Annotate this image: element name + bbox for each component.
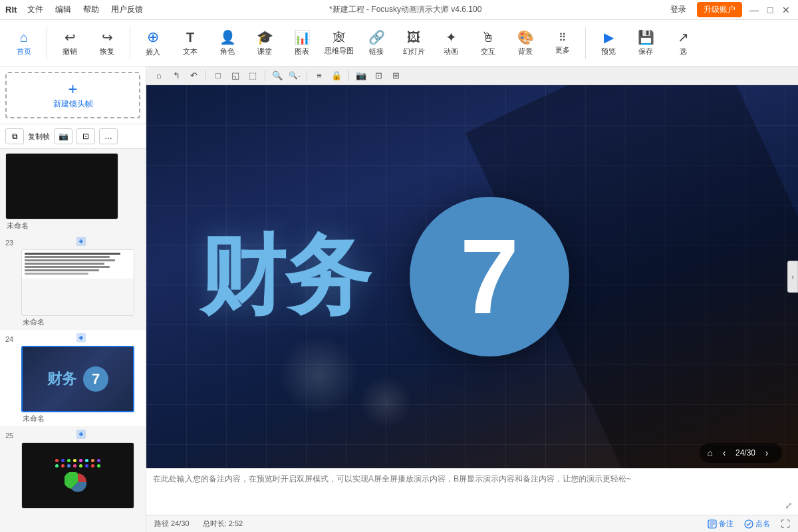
toolbar-redo[interactable]: ↪ 恢复 [90, 23, 124, 63]
slide-item-23[interactable]: 23 未命名 [0, 233, 146, 330]
title-bar-right: 登录 升级账户 — □ ✕ [665, 2, 793, 17]
canvas-back-btn[interactable]: ↰ [169, 68, 184, 83]
status-bar-right: 备注 点名 ⛶ [708, 519, 790, 529]
toolbar-bg[interactable]: 🎨 背景 [508, 23, 543, 63]
window-title: *新建工程 - Focusky动画演示大师 v4.6.100 [329, 4, 481, 15]
toolbar-more[interactable]: ⠿ 更多 [545, 23, 580, 63]
page-nav-next-btn[interactable]: › [759, 446, 774, 460]
canvas-home-btn[interactable]: ⌂ [152, 68, 166, 83]
toolbar-chart[interactable]: 📊 图表 [285, 23, 319, 63]
canvas-toolbar: ⌂ ↰ ↶ □ ◱ ⬚ 🔍 🔍- ≡ 🔒 📷 ⊡ ⊞ [146, 66, 798, 85]
fit-button[interactable]: ⊡ [76, 128, 95, 144]
canvas-fit3-btn[interactable]: ⊞ [388, 68, 403, 83]
slide-number-23: 23 [5, 239, 19, 247]
menu-feedback[interactable]: 用户反馈 [108, 3, 146, 17]
minimize-button[interactable]: — [747, 3, 761, 17]
role-icon: 👤 [219, 29, 236, 45]
slide-item-25[interactable]: 25 [0, 426, 146, 513]
notes-input[interactable] [153, 473, 791, 511]
thumb-23 [22, 250, 134, 279]
menu-help[interactable]: 帮助 [80, 3, 102, 17]
canvas-frame3-btn[interactable]: ⬚ [245, 68, 260, 83]
copy-frame-button[interactable]: ⧉ [5, 128, 24, 144]
notes-expand-button[interactable]: ⤢ [785, 500, 793, 511]
toolbar-interact[interactable]: 🖱 交互 [471, 23, 505, 63]
status-path: 路径 24/30 [154, 519, 190, 529]
canvas-undo-btn[interactable]: ↶ [186, 68, 201, 83]
close-button[interactable]: ✕ [779, 3, 793, 17]
canvas-sep-1 [205, 70, 206, 81]
canvas-main[interactable]: 财务 7 ⌂ ‹ 24/30 › › [146, 85, 798, 468]
slide-item-black[interactable]: 未命名 [0, 149, 146, 233]
menu-file[interactable]: 文件 [25, 3, 46, 17]
toolbar-slides[interactable]: 🖼 幻灯片 [396, 23, 431, 63]
slide-content-25 [21, 429, 140, 510]
thumb-24-text: 财务 [47, 369, 76, 389]
upgrade-button[interactable]: 升级账户 [697, 2, 742, 17]
anim-icon-23 [21, 236, 140, 247]
canvas-fit2-btn[interactable]: ⊡ [371, 68, 386, 83]
toolbar-anim[interactable]: ✦ 动画 [434, 23, 468, 63]
slide-name-24: 未命名 [21, 414, 140, 424]
toolbar-class-label: 课堂 [257, 47, 272, 57]
new-frame-button[interactable]: + 新建镜头帧 [5, 72, 140, 118]
toolbar-undo[interactable]: ↩ 撤销 [53, 23, 87, 63]
sidebar-top: + 新建镜头帧 [0, 66, 146, 124]
slide-content-24: 财务 7 未命名 [21, 332, 140, 424]
slide-item-24[interactable]: 24 财务 7 未命名 [0, 330, 146, 426]
undo-icon: ↩ [65, 29, 76, 45]
toolbar-home[interactable]: ⌂ 首页 [7, 23, 41, 63]
sidebar-tools: ⧉ 复制帧 📷 ⊡ … [0, 124, 146, 149]
photo-button[interactable]: 📷 [54, 128, 72, 144]
bg-icon: 🎨 [517, 29, 534, 45]
anim-icon: ✦ [446, 29, 457, 45]
toolbar-class[interactable]: 🎓 课堂 [247, 23, 282, 63]
status-note-link[interactable]: 备注 [708, 519, 733, 529]
menu-edit[interactable]: 编辑 [53, 3, 74, 17]
notes-area: ⤢ [146, 468, 798, 515]
toolbar-save[interactable]: 💾 保存 [628, 23, 663, 63]
status-roll-link[interactable]: 点名 [744, 519, 770, 529]
canvas-align-btn[interactable]: ≡ [312, 68, 327, 83]
canvas-zoomout-btn[interactable]: 🔍- [287, 68, 302, 83]
toolbar-bg-label: 背景 [518, 47, 533, 57]
toolbar-divider-3 [585, 27, 586, 59]
slide-number-25: 25 [5, 432, 19, 440]
status-fullscreen-icon[interactable]: ⛶ [781, 519, 790, 529]
toolbar-link[interactable]: 🔗 链接 [359, 23, 394, 63]
toolbar-role[interactable]: 👤 角色 [210, 23, 245, 63]
toolbar-redo-label: 恢复 [100, 47, 114, 57]
slide-content-23: 未命名 [21, 236, 140, 327]
page-nav-prev-btn[interactable]: ‹ [717, 446, 732, 460]
canvas-zoomin-btn[interactable]: 🔍 [270, 68, 285, 83]
canvas-screenshot-btn[interactable]: 📷 [354, 68, 368, 83]
toolbar-select-label: 选 [680, 47, 687, 57]
interact-icon: 🖱 [481, 30, 495, 45]
page-nav-home-icon[interactable]: ⌂ [708, 448, 713, 458]
toolbar-preview[interactable]: ▶ 预览 [591, 23, 626, 63]
canvas-area: ⌂ ↰ ↶ □ ◱ ⬚ 🔍 🔍- ≡ 🔒 📷 ⊡ ⊞ 财务 7 [146, 66, 798, 532]
canvas-frame1-btn[interactable]: □ [211, 68, 225, 83]
login-button[interactable]: 登录 [665, 3, 692, 17]
toolbar-slides-label: 幻灯片 [403, 47, 425, 57]
thumb-24-circle: 7 [83, 366, 108, 392]
slide-name-black: 未命名 [5, 221, 140, 231]
title-bar: RIt 文件 编辑 帮助 用户反馈 *新建工程 - Focusky动画演示大师 … [0, 0, 798, 20]
canvas-title-text[interactable]: 财务 [200, 218, 370, 335]
class-icon: 🎓 [257, 29, 273, 45]
canvas-circle-number[interactable]: 7 [410, 197, 569, 356]
toolbar-mindmap[interactable]: 🕸 思维导图 [322, 23, 356, 63]
main-toolbar: ⌂ 首页 ↩ 撤销 ↪ 恢复 ⊕ 插入 T 文本 👤 角色 🎓 课堂 📊 图表 … [0, 20, 798, 66]
right-panel-collapse[interactable]: › [787, 261, 798, 293]
canvas-frame2-btn[interactable]: ◱ [228, 68, 243, 83]
toolbar-insert[interactable]: ⊕ 插入 [136, 23, 170, 63]
save-icon: 💾 [638, 29, 654, 45]
canvas-lock-btn[interactable]: 🔒 [329, 68, 344, 83]
svg-point-4 [745, 520, 753, 528]
anim-icon-25 [21, 429, 140, 440]
more-sidebar-button[interactable]: … [99, 128, 118, 144]
maximize-button[interactable]: □ [763, 3, 777, 17]
toolbar-select[interactable]: ↗ 选 [666, 23, 700, 63]
toolbar-text[interactable]: T 文本 [173, 23, 207, 63]
toolbar-interact-label: 交互 [481, 47, 495, 57]
